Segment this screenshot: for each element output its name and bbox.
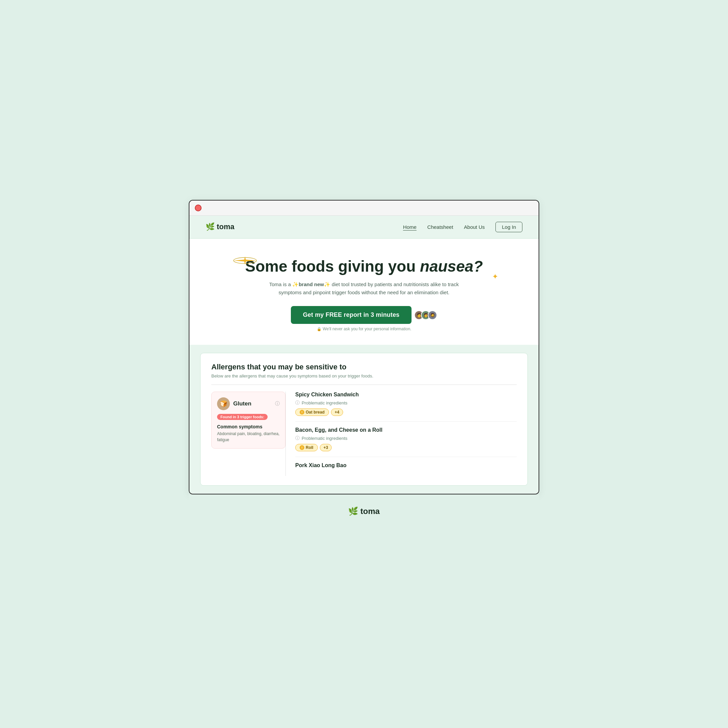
login-button[interactable]: Log In bbox=[496, 222, 522, 232]
navbar: 🌿 toma Home Cheatsheet About Us Log In bbox=[190, 216, 538, 239]
food-item-bacon-egg: Bacon, Egg, and Cheese on a Roll ⓘ Probl… bbox=[295, 422, 517, 457]
tag-icon-2: ! bbox=[300, 445, 304, 450]
tag-icon-1: ! bbox=[300, 410, 304, 414]
nav-links: Home Cheatsheet About Us Log In bbox=[403, 222, 522, 232]
gluten-card: 🍞 Gluten ⓘ Found in 3 trigger foods: Com… bbox=[211, 392, 286, 449]
lock-icon: 🔒 bbox=[317, 327, 321, 331]
avatar-cluster: 🧑 👩 🧔 bbox=[414, 310, 437, 320]
allergen-section-subtitle: Below are the allergens that may cause y… bbox=[211, 373, 517, 378]
footer: 🌿 toma bbox=[189, 494, 539, 528]
nav-about[interactable]: About Us bbox=[464, 224, 485, 230]
cta-btn-row: Get my FREE report in 3 minutes 🧑 👩 🧔 bbox=[291, 306, 437, 324]
nav-cheatsheet[interactable]: Cheatsheet bbox=[427, 224, 453, 230]
food-name-1: Spicy Chicken Sandwich bbox=[295, 392, 517, 398]
svg-marker-2 bbox=[234, 260, 257, 262]
ingredient-tags-1: ! Oat bread +4 bbox=[295, 408, 517, 416]
problematic-row-2: ⓘ Problematic ingredients bbox=[295, 435, 517, 441]
plus-badge-1: +4 bbox=[331, 408, 343, 416]
cta-area: Get my FREE report in 3 minutes 🧑 👩 🧔 🔒 … bbox=[216, 306, 512, 331]
ingredient-tags-2: ! Roll +3 bbox=[295, 444, 517, 451]
plus-badge-2: +3 bbox=[320, 444, 332, 451]
allergen-food-image: 🍞 bbox=[217, 398, 230, 410]
hero-section: ✦ Some foods giving you nausea? Toma is … bbox=[190, 239, 538, 345]
sparkle-left-decoration bbox=[233, 256, 257, 267]
trigger-badge: Found in 3 trigger foods: bbox=[217, 414, 268, 420]
problematic-row-1: ⓘ Problematic ingredients bbox=[295, 400, 517, 406]
allergen-card-header: 🍞 Gluten ⓘ bbox=[217, 398, 280, 410]
nav-home[interactable]: Home bbox=[403, 224, 417, 230]
prob-icon-1: ⓘ bbox=[295, 400, 300, 406]
tag-oat-bread[interactable]: ! Oat bread bbox=[295, 408, 329, 416]
food-item-pork-bao: Pork Xiao Long Bao bbox=[295, 457, 517, 476]
allergen-left-panel: 🍞 Gluten ⓘ Found in 3 trigger foods: Com… bbox=[211, 392, 286, 449]
allergen-body: 🍞 Gluten ⓘ Found in 3 trigger foods: Com… bbox=[211, 392, 517, 476]
sparkle-right-decoration: ✦ bbox=[492, 272, 498, 281]
footer-logo-text: toma bbox=[360, 506, 379, 516]
cta-button[interactable]: Get my FREE report in 3 minutes bbox=[291, 306, 412, 324]
prob-icon-2: ⓘ bbox=[295, 435, 300, 441]
allergen-right-panel: Spicy Chicken Sandwich ⓘ Problematic ing… bbox=[286, 392, 517, 476]
hero-subtitle: Toma is a ✨brand new✨ diet tool trusted … bbox=[260, 280, 468, 297]
food-item-spicy-chicken: Spicy Chicken Sandwich ⓘ Problematic ing… bbox=[295, 392, 517, 422]
symptoms-text: Abdominal pain, bloating, diarrhea, fati… bbox=[217, 431, 280, 443]
hero-title: Some foods giving you nausea? bbox=[216, 257, 512, 275]
allergen-card-title-row: 🍞 Gluten bbox=[217, 398, 251, 410]
food-name-3: Pork Xiao Long Bao bbox=[295, 462, 517, 468]
logo-text: toma bbox=[217, 222, 235, 231]
browser-window: 🌿 toma Home Cheatsheet About Us Log In ✦ bbox=[189, 200, 539, 495]
allergen-section: Allergens that you may be sensitive to B… bbox=[190, 345, 538, 494]
allergen-info-icon[interactable]: ⓘ bbox=[275, 401, 280, 407]
food-name-2: Bacon, Egg, and Cheese on a Roll bbox=[295, 427, 517, 433]
allergen-name: Gluten bbox=[233, 401, 251, 407]
browser-close-dot[interactable] bbox=[195, 205, 202, 211]
allergen-inner-card: Allergens that you may be sensitive to B… bbox=[200, 353, 528, 486]
browser-chrome bbox=[190, 200, 538, 216]
footer-logo-icon: 🌿 bbox=[348, 506, 358, 516]
cta-privacy-note: 🔒 We'll never ask you for your personal … bbox=[317, 327, 411, 331]
logo: 🌿 toma bbox=[206, 222, 235, 231]
outer-wrapper: 🌿 toma Home Cheatsheet About Us Log In ✦ bbox=[189, 200, 539, 528]
logo-icon: 🌿 bbox=[206, 222, 215, 231]
symptoms-title: Common symptoms bbox=[217, 424, 280, 430]
avatar-3: 🧔 bbox=[428, 310, 437, 320]
footer-logo: 🌿 toma bbox=[348, 506, 379, 516]
tag-roll[interactable]: ! Roll bbox=[295, 444, 318, 451]
allergen-section-title: Allergens that you may be sensitive to bbox=[211, 362, 517, 372]
